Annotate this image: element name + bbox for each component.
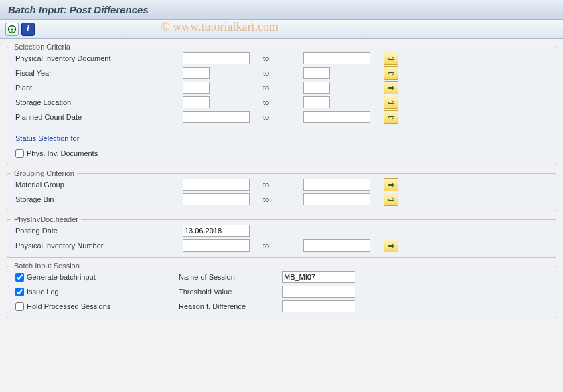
- to-label: to: [263, 54, 303, 62]
- phys-inv-doc-multi-icon[interactable]: ⇨: [384, 52, 398, 65]
- fiscal-year-multi-icon[interactable]: ⇨: [384, 66, 398, 80]
- to-label: to: [263, 69, 303, 77]
- name-of-session-label: Name of Session: [179, 273, 279, 281]
- storage-bin-label: Storage Bin: [15, 195, 183, 203]
- to-label: to: [263, 98, 303, 106]
- threshold-value-label: Threshold Value: [179, 288, 279, 296]
- execute-icon[interactable]: [5, 23, 19, 36]
- generate-batch-checkbox[interactable]: [15, 273, 24, 282]
- posting-date-label: Posting Date: [15, 227, 183, 235]
- issue-log-label: Issue Log: [27, 288, 59, 296]
- hold-processed-checkbox[interactable]: [15, 302, 24, 311]
- phys-inv-documents-label: Phys. Inv. Documents: [27, 149, 98, 157]
- posting-date-input[interactable]: [183, 225, 250, 237]
- fiscal-year-from[interactable]: [183, 67, 210, 79]
- issue-log-checkbox[interactable]: [15, 288, 24, 296]
- to-label: to: [263, 195, 303, 203]
- phys-inv-number-from[interactable]: [183, 239, 250, 252]
- name-of-session-input[interactable]: [282, 271, 355, 283]
- svg-point-1: [11, 28, 13, 30]
- planned-date-label: Planned Count Date: [15, 113, 183, 121]
- storage-bin-to[interactable]: [303, 193, 370, 205]
- phys-inv-documents-checkbox[interactable]: [15, 149, 24, 158]
- phys-inv-doc-from[interactable]: [183, 52, 250, 64]
- page-title: Batch Input: Post Differences: [0, 0, 563, 20]
- storage-bin-multi-icon[interactable]: ⇨: [384, 193, 398, 206]
- material-group-multi-icon[interactable]: ⇨: [384, 178, 398, 191]
- phys-inv-doc-header-legend: PhysInvDoc.header: [11, 215, 81, 223]
- reason-difference-input[interactable]: [282, 300, 355, 312]
- grouping-criterion-legend: Grouping Criterion: [11, 169, 77, 177]
- phys-inv-number-multi-icon[interactable]: ⇨: [384, 239, 398, 252]
- fiscal-year-to[interactable]: [303, 67, 330, 79]
- selection-criteria-group: Selection Criteria Physical Inventory Do…: [7, 43, 556, 165]
- phys-inv-doc-to[interactable]: [303, 52, 370, 64]
- batch-input-session-group: Batch Input Session Generate batch input…: [7, 262, 556, 318]
- to-label: to: [263, 241, 303, 250]
- planned-date-from[interactable]: [183, 111, 250, 123]
- reason-difference-label: Reason f. Difference: [179, 302, 279, 310]
- fiscal-year-label: Fiscal Year: [15, 69, 183, 77]
- grouping-criterion-group: Grouping Criterion Material Group to ⇨ S…: [7, 169, 556, 211]
- threshold-value-input[interactable]: [282, 286, 355, 298]
- generate-batch-label: Generate batch input: [27, 273, 96, 281]
- material-group-from[interactable]: [183, 179, 250, 191]
- storage-bin-from[interactable]: [183, 193, 250, 205]
- storage-loc-from[interactable]: [183, 96, 210, 108]
- to-label: to: [263, 84, 303, 92]
- status-selection-link[interactable]: Status Selection for: [15, 134, 79, 142]
- content-area: Selection Criteria Physical Inventory Do…: [0, 39, 563, 329]
- plant-to[interactable]: [303, 82, 330, 94]
- phys-inv-number-label: Physical Inventory Number: [15, 241, 183, 250]
- phys-inv-number-to[interactable]: [303, 239, 370, 252]
- plant-from[interactable]: [183, 82, 210, 94]
- plant-multi-icon[interactable]: ⇨: [384, 81, 398, 94]
- storage-loc-to[interactable]: [303, 96, 330, 108]
- phys-inv-doc-header-group: PhysInvDoc.header Posting Date Physical …: [7, 215, 556, 258]
- storage-loc-multi-icon[interactable]: ⇨: [384, 96, 398, 109]
- material-group-label: Material Group: [15, 181, 183, 189]
- info-icon[interactable]: i: [21, 23, 35, 36]
- planned-date-to[interactable]: [303, 111, 370, 123]
- batch-input-session-legend: Batch Input Session: [11, 262, 82, 270]
- to-label: to: [263, 181, 303, 189]
- material-group-to[interactable]: [303, 179, 370, 191]
- toolbar: i: [0, 20, 563, 39]
- selection-criteria-legend: Selection Criteria: [11, 43, 73, 51]
- planned-date-multi-icon[interactable]: ⇨: [384, 110, 398, 124]
- phys-inv-doc-label: Physical Inventory Document: [15, 54, 183, 62]
- storage-loc-label: Storage Location: [15, 98, 183, 106]
- plant-label: Plant: [15, 84, 183, 92]
- to-label: to: [263, 113, 303, 121]
- hold-processed-label: Hold Processed Sessions: [27, 302, 110, 310]
